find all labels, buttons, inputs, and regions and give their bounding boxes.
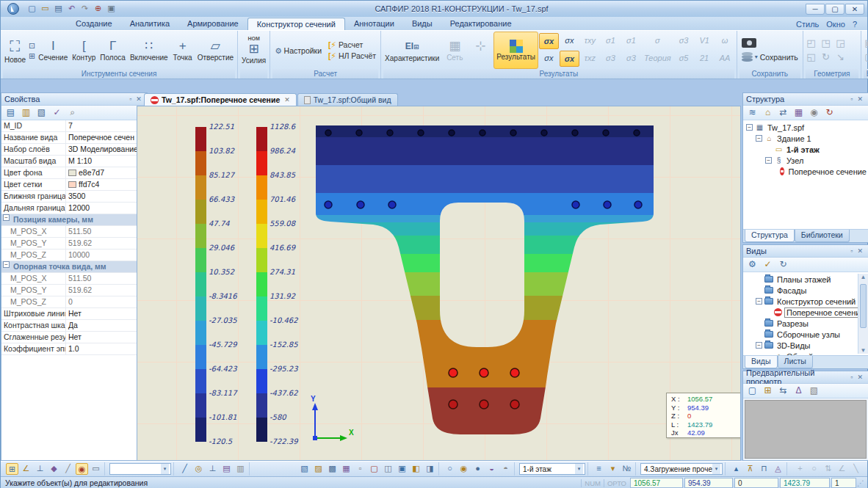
rebar-point[interactable] [449, 400, 457, 409]
pin-icon[interactable]: ▫ [848, 374, 855, 381]
expander-icon[interactable]: − [756, 298, 762, 305]
toolbar-icon[interactable]: ◆ [48, 463, 60, 475]
sigma-button[interactable]: σx [560, 33, 579, 49]
toolbar-icon[interactable]: ◲ [834, 37, 847, 49]
toolbar-icon[interactable]: ○ [444, 463, 456, 475]
expander-icon[interactable]: − [756, 135, 762, 142]
toolbar-icon[interactable]: ◉ [76, 463, 88, 475]
save-button[interactable]: ▾Сохранить [739, 51, 801, 62]
property-row[interactable]: M_POS_Y519.62 [1, 238, 138, 250]
property-value[interactable]: 0 [66, 296, 138, 307]
toolbar-icon[interactable]: ✓ [51, 107, 63, 119]
sigma-button[interactable]: σ3 [601, 51, 621, 67]
minimize-button[interactable]: ─ [806, 4, 825, 15]
tree-node[interactable]: Планы этажей [743, 274, 868, 285]
close-panel-icon[interactable]: ✕ [855, 95, 865, 103]
toolbar-icon[interactable]: ↷ [79, 3, 91, 15]
toolbar-icon[interactable]: ↶ [65, 3, 78, 15]
property-value[interactable]: ffd7c4 [66, 179, 138, 190]
collapse-icon[interactable]: − [3, 261, 10, 268]
tree-node[interactable]: −§Узел [743, 155, 868, 166]
property-value[interactable]: 3D Моделирование [66, 144, 138, 155]
property-value[interactable]: 7 [66, 120, 138, 131]
nl-calc-button[interactable]: [⚡НЛ Расчёт [325, 51, 379, 61]
toolbar-icon[interactable]: ◓ [499, 463, 512, 475]
sigma-button[interactable]: σ1 [621, 33, 641, 49]
tree-node[interactable]: Разрезы [743, 318, 868, 329]
rebar-point[interactable] [449, 368, 457, 377]
property-row[interactable]: Сглаженные резул..Нет [1, 332, 138, 343]
tree-node[interactable]: −▦Tw_17.spf [743, 122, 868, 133]
rebar-point[interactable] [325, 130, 331, 136]
toolbar-icon[interactable]: ⊕ [92, 3, 104, 15]
toolbar-icon[interactable]: ⊼ [744, 463, 756, 475]
ribbon-tab-1[interactable]: Создание [67, 18, 121, 30]
sigma-button[interactable]: σ1 [601, 33, 621, 49]
tab-structure[interactable]: Структура [745, 230, 795, 242]
resize-grip[interactable]: ⋰ [857, 479, 867, 487]
toolbar-icon[interactable]: ↻ [820, 51, 832, 63]
tool-button[interactable]: ∷Включение [128, 32, 170, 69]
toolbar-icon[interactable]: ∠ [20, 463, 32, 475]
toolbar-icon[interactable]: ⌂ [762, 107, 774, 119]
axes-button[interactable]: ⊹ [468, 32, 493, 69]
ribbon-tab-7[interactable]: Редактирование [441, 18, 521, 30]
toolbar-icon[interactable]: ◉ [808, 107, 820, 119]
sigma-button[interactable]: σ3 [674, 33, 694, 49]
loadcase-combo[interactable]: 4.Загружение проче▾ [640, 463, 723, 475]
toolbar-icon[interactable]: ● [471, 463, 484, 475]
toolbar-icon[interactable]: ✓ [762, 259, 774, 271]
toolbar-icon[interactable]: ⌕ [66, 107, 79, 119]
pin-icon[interactable]: ▫ [127, 95, 134, 103]
toolbar-icon[interactable]: ▧ [35, 107, 48, 119]
rebar-point[interactable] [604, 201, 611, 208]
forces-button[interactable]: НОМ ⊞ Усилия [239, 32, 268, 69]
sigma-button[interactable]: σx [539, 51, 559, 67]
rebar-point[interactable] [510, 368, 519, 377]
property-row[interactable]: Цвет сеткиffd7c4 [1, 179, 138, 191]
toolbar-icon[interactable]: ◧ [410, 463, 422, 475]
toolbar-icon[interactable]: ∠ [836, 463, 848, 475]
toolbar-icon[interactable]: ╱ [62, 463, 74, 475]
toolbar-icon[interactable]: ▭ [39, 3, 51, 15]
toolbar-icon[interactable]: ▢ [368, 463, 380, 475]
tool-button[interactable]: ▱Отверстие [195, 32, 236, 69]
sigma-button[interactable]: ω [715, 33, 735, 49]
menu-help[interactable]: ? [853, 20, 857, 29]
results-button[interactable]: Результаты [493, 32, 538, 69]
toolbar-icon[interactable]: ◉ [457, 463, 470, 475]
sigma-button[interactable]: σ3 [621, 51, 641, 67]
toolbar-icon[interactable]: ▨ [312, 463, 325, 475]
toolbar-icon[interactable]: ⊞ [762, 385, 774, 397]
toolbar-icon[interactable]: ▣ [396, 463, 408, 475]
toolbar-icon[interactable]: ○ [808, 463, 820, 475]
toolbar-icon[interactable]: + [794, 463, 806, 475]
property-value[interactable]: 519.62 [66, 238, 138, 249]
toolbar-icon[interactable]: ≡ [593, 463, 605, 475]
property-value[interactable]: Нет [66, 308, 138, 319]
rebar-point[interactable] [634, 201, 642, 208]
rebar-point[interactable] [634, 130, 640, 136]
sigma-button[interactable]: τxy [580, 33, 600, 49]
new-section-button[interactable]: ⛶ Новое [2, 32, 28, 69]
tree-node[interactable]: −⌂Здание 1 [743, 133, 868, 144]
tool-button[interactable]: [Контур [70, 32, 98, 69]
toolbar-icon[interactable]: № [621, 463, 633, 475]
rebar-point[interactable] [418, 130, 424, 136]
toolbar-icon[interactable]: ▣ [105, 3, 117, 15]
settings-button[interactable]: ⚙ Настройки [272, 45, 325, 56]
toolbar-icon[interactable]: ◱ [805, 51, 817, 63]
toolbar-icon[interactable]: ▭ [90, 463, 102, 475]
maximize-button[interactable]: ▢ [825, 4, 845, 15]
property-row[interactable]: Контрастная шкалаДа [1, 320, 138, 332]
calc-button[interactable]: [⚡Расчет [325, 40, 379, 50]
toolbar-icon[interactable]: ◨ [424, 463, 436, 475]
property-value[interactable]: 3500 [66, 191, 138, 202]
close-button[interactable]: ✕ [845, 4, 864, 15]
tree-node[interactable]: −Конструктор сечений [743, 296, 868, 307]
property-value[interactable]: Да [66, 320, 138, 331]
toolbar-icon[interactable]: ▾ [607, 463, 619, 475]
sigma-button[interactable]: σx [560, 51, 579, 67]
collapse-icon[interactable]: − [3, 214, 10, 221]
app-logo-icon[interactable] [4, 1, 23, 16]
